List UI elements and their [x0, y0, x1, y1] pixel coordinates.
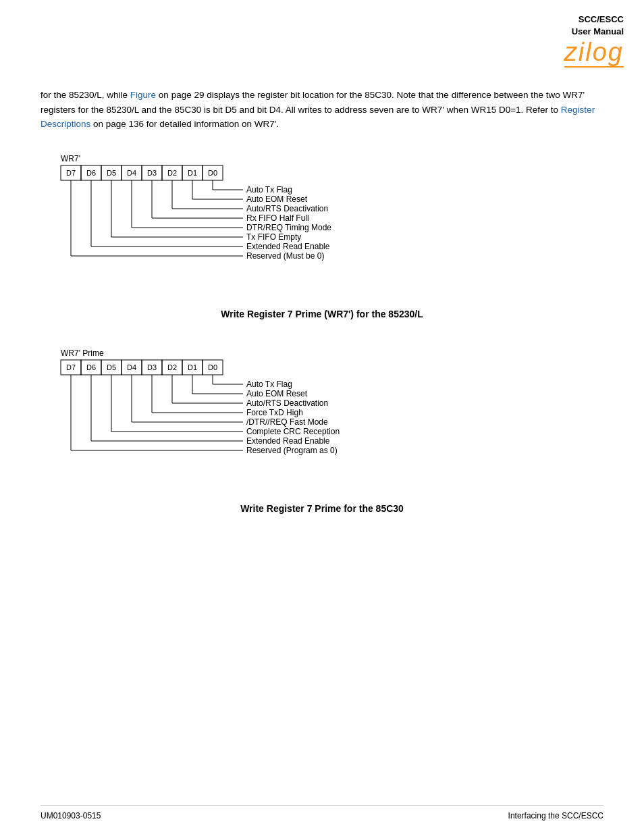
svg-text:D7: D7 — [66, 363, 76, 371]
svg-text:Force TxD High: Force TxD High — [246, 408, 303, 417]
svg-text:Tx FIFO Empty: Tx FIFO Empty — [246, 232, 301, 242]
svg-text:D6: D6 — [86, 169, 96, 177]
header-divider — [564, 66, 624, 68]
svg-text:D1: D1 — [188, 169, 197, 177]
diagram2-svg: WR7' Prime D7 D6 D5 D4 D3 D2 — [54, 346, 459, 488]
page-header: SCC/ESCC User Manual zilog — [564, 14, 624, 68]
svg-text:/DTR//REQ Fast Mode: /DTR//REQ Fast Mode — [246, 417, 328, 427]
diagram1-caption: Write Register 7 Prime (WR7') for the 85… — [41, 309, 603, 319]
svg-text:D5: D5 — [107, 363, 116, 371]
svg-text:D7: D7 — [66, 169, 76, 177]
svg-text:D0: D0 — [208, 363, 217, 371]
footer-right: Interfacing the SCC/ESCC — [508, 811, 603, 820]
diagram1-svg: WR7' D7 D6 D5 D4 D3 — [54, 152, 446, 294]
diagram1-section: WR7' D7 D6 D5 D4 D3 — [41, 152, 603, 319]
svg-text:Rx FIFO Half Full: Rx FIFO Half Full — [246, 213, 309, 223]
svg-text:D0: D0 — [208, 169, 217, 177]
manual-title: SCC/ESCC User Manual — [564, 14, 624, 38]
svg-text:Auto EOM Reset: Auto EOM Reset — [246, 194, 308, 204]
intro-paragraph: for the 85230/L, while Figure on page 29… — [41, 88, 603, 132]
svg-text:D6: D6 — [86, 363, 96, 371]
svg-text:Auto EOM Reset: Auto EOM Reset — [246, 389, 308, 398]
svg-text:WR7' Prime: WR7' Prime — [61, 348, 104, 358]
diagram2-section: WR7' Prime D7 D6 D5 D4 D3 D2 — [41, 346, 603, 514]
page-footer: UM010903-0515 Interfacing the SCC/ESCC — [41, 805, 603, 820]
svg-text:WR7': WR7' — [61, 154, 80, 163]
footer-left: UM010903-0515 — [41, 811, 101, 820]
svg-text:D2: D2 — [167, 363, 177, 371]
zilog-logo: zilog — [564, 39, 624, 65]
register-desc-link[interactable]: Register Descriptions — [41, 105, 595, 130]
diagram1-wrapper: WR7' D7 D6 D5 D4 D3 — [54, 152, 603, 301]
svg-text:D1: D1 — [188, 363, 197, 371]
svg-text:Complete CRC Reception: Complete CRC Reception — [246, 427, 340, 436]
svg-text:Auto/RTS Deactivation: Auto/RTS Deactivation — [246, 204, 328, 213]
svg-text:Auto Tx Flag: Auto Tx Flag — [246, 185, 292, 194]
svg-text:D4: D4 — [127, 363, 136, 371]
svg-text:Extended Read Enable: Extended Read Enable — [246, 436, 330, 446]
svg-text:Auto/RTS Deactivation: Auto/RTS Deactivation — [246, 398, 328, 408]
svg-text:Reserved (Must be 0): Reserved (Must be 0) — [246, 251, 324, 261]
svg-text:Auto Tx Flag: Auto Tx Flag — [246, 380, 292, 389]
svg-text:D3: D3 — [147, 169, 157, 177]
svg-text:D4: D4 — [127, 169, 136, 177]
main-content: for the 85230/L, while Figure on page 29… — [41, 88, 603, 541]
figure-link[interactable]: Figure — [130, 90, 156, 100]
svg-text:Extended Read Enable: Extended Read Enable — [246, 242, 330, 251]
svg-text:D5: D5 — [107, 169, 116, 177]
svg-text:DTR/REQ Timing Mode: DTR/REQ Timing Mode — [246, 223, 331, 232]
svg-text:D2: D2 — [167, 169, 177, 177]
diagram2-caption: Write Register 7 Prime for the 85C30 — [41, 503, 603, 514]
svg-text:D3: D3 — [147, 363, 157, 371]
svg-text:Reserved (Program as 0): Reserved (Program as 0) — [246, 446, 338, 455]
diagram2-wrapper: WR7' Prime D7 D6 D5 D4 D3 D2 — [54, 346, 603, 495]
